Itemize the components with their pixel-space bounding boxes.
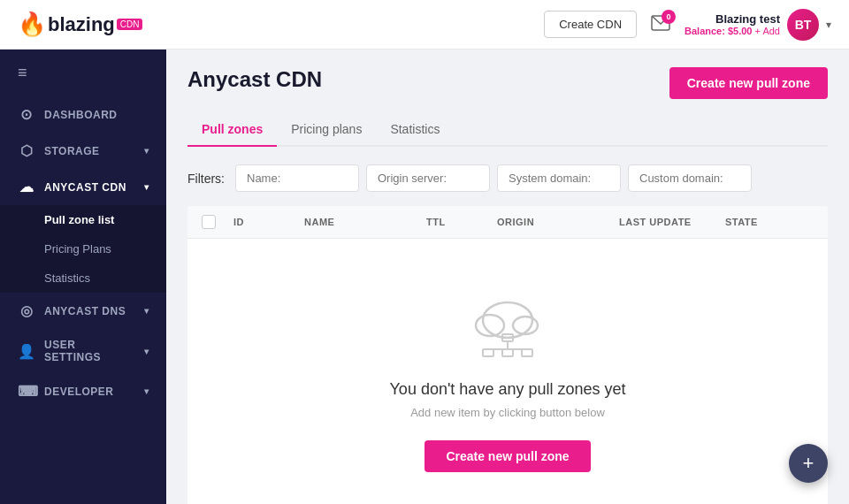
sidebar-item-storage[interactable]: ⬡ STORAGE ▾ xyxy=(0,133,166,169)
sidebar-sub-item-pricing-plans[interactable]: Pricing Plans xyxy=(0,234,166,263)
tabs: Pull zones Pricing plans Statistics xyxy=(187,113,828,147)
svg-rect-8 xyxy=(502,349,513,356)
col-state: STATE xyxy=(725,217,814,227)
storage-icon: ⬡ xyxy=(18,142,35,159)
logo-text: blazing xyxy=(48,13,115,36)
name-filter-input[interactable] xyxy=(235,164,359,192)
col-origin: ORIGIN xyxy=(497,217,619,227)
filters-label: Filters: xyxy=(187,172,225,186)
table-header: ID NAME TTL ORIGIN LAST UPDATE STATE xyxy=(187,206,828,239)
fab-button[interactable]: + xyxy=(789,444,828,483)
anycast-cdn-icon: ☁ xyxy=(18,179,35,195)
logo-cdn-badge: CDN xyxy=(117,19,143,30)
tab-pricing-plans[interactable]: Pricing plans xyxy=(277,113,376,147)
mail-badge: 0 xyxy=(662,10,676,24)
create-pull-zone-button[interactable]: Create new pull zone xyxy=(669,67,828,99)
system-domain-filter-input[interactable] xyxy=(497,164,621,192)
layout: ≡ ⊙ DASHBOARD ⬡ STORAGE ▾ ☁ ANYCAST CDN … xyxy=(0,50,849,504)
sidebar-item-anycast-dns[interactable]: ◎ ANYCAST DNS ▾ xyxy=(0,293,166,329)
page-title: Anycast CDN xyxy=(187,67,322,92)
svg-rect-7 xyxy=(483,349,493,356)
user-settings-icon: 👤 xyxy=(18,343,35,360)
storage-chevron-icon: ▾ xyxy=(144,146,149,156)
origin-filter-input[interactable] xyxy=(366,164,490,192)
sidebar-sub-item-pull-zone-list[interactable]: Pull zone list xyxy=(0,205,166,234)
sidebar-item-label: USER SETTINGS xyxy=(44,339,135,363)
col-id: ID xyxy=(233,217,304,227)
filters-bar: Filters: xyxy=(187,164,828,192)
logo-flame-icon: 🔥 xyxy=(18,11,46,38)
empty-state-subtitle: Add new item by clicking button below xyxy=(410,406,605,419)
col-last-update: LAST UPDATE xyxy=(619,217,725,227)
dashboard-icon: ⊙ xyxy=(18,106,35,123)
content-area: Anycast CDN Create new pull zone Pull zo… xyxy=(166,50,849,504)
sidebar-sub-menu: Pull zone list Pricing Plans Statistics xyxy=(0,205,166,293)
user-name-block: Blazing test Balance: $5.00 + Add xyxy=(685,12,780,36)
anycast-dns-icon: ◎ xyxy=(18,302,35,319)
balance-amount: $5.00 xyxy=(728,26,753,36)
anycast-dns-chevron-icon: ▾ xyxy=(144,306,149,316)
balance-add-link[interactable]: + Add xyxy=(755,26,780,36)
logo: 🔥 blazing CDN xyxy=(18,11,544,38)
col-ttl: TTL xyxy=(426,217,497,227)
sidebar-item-anycast-cdn[interactable]: ☁ ANYCAST CDN ▾ xyxy=(0,169,166,205)
balance-label: Balance: xyxy=(685,26,725,36)
anycast-cdn-chevron-icon: ▾ xyxy=(144,182,149,192)
empty-state: You don't have any pull zones yet Add ne… xyxy=(187,239,828,504)
sidebar-item-dashboard[interactable]: ⊙ DASHBOARD xyxy=(0,96,166,133)
cloud-network-icon xyxy=(463,292,552,363)
table-container: ID NAME TTL ORIGIN LAST UPDATE STATE xyxy=(187,206,828,504)
hamburger-icon[interactable]: ≡ xyxy=(0,50,166,96)
sidebar-item-label: ANYCAST CDN xyxy=(44,181,126,194)
sidebar-item-user-settings[interactable]: 👤 USER SETTINGS ▾ xyxy=(0,329,166,373)
svg-point-1 xyxy=(483,302,532,338)
sidebar-item-developer[interactable]: ⌨ DEVELOPER ▾ xyxy=(0,373,166,409)
user-settings-chevron-icon: ▾ xyxy=(144,347,149,356)
sidebar: ≡ ⊙ DASHBOARD ⬡ STORAGE ▾ ☁ ANYCAST CDN … xyxy=(0,50,166,504)
header: 🔥 blazing CDN Create CDN 0 Blazing test … xyxy=(0,0,849,50)
user-balance: Balance: $5.00 + Add xyxy=(685,26,780,36)
tab-pull-zones[interactable]: Pull zones xyxy=(187,113,277,147)
header-checkbox-cell xyxy=(202,215,233,229)
sidebar-sub-item-statistics[interactable]: Statistics xyxy=(0,263,166,293)
create-cdn-button[interactable]: Create CDN xyxy=(544,11,637,38)
sidebar-item-label: DASHBOARD xyxy=(44,109,118,121)
page-header: Anycast CDN Create new pull zone xyxy=(187,67,828,99)
sidebar-item-label: ANYCAST DNS xyxy=(44,305,126,317)
mail-icon-wrap[interactable]: 0 xyxy=(651,15,670,34)
developer-icon: ⌨ xyxy=(18,383,35,400)
main-content: Anycast CDN Create new pull zone Pull zo… xyxy=(166,50,849,504)
col-name: NAME xyxy=(304,217,426,227)
user-info[interactable]: Blazing test Balance: $5.00 + Add BT ▾ xyxy=(685,9,831,41)
empty-state-title: You don't have any pull zones yet xyxy=(390,380,626,399)
avatar: BT xyxy=(787,9,819,41)
chevron-down-icon: ▾ xyxy=(826,19,831,31)
user-name: Blazing test xyxy=(685,12,780,26)
developer-chevron-icon: ▾ xyxy=(144,386,149,396)
sidebar-item-label: DEVELOPER xyxy=(44,386,114,398)
empty-create-pull-zone-button[interactable]: Create new pull zone xyxy=(424,440,590,472)
svg-rect-9 xyxy=(522,349,532,356)
header-right: Create CDN 0 Blazing test Balance: $5.00… xyxy=(544,9,831,41)
tab-statistics[interactable]: Statistics xyxy=(376,113,454,147)
select-all-checkbox[interactable] xyxy=(202,215,216,229)
custom-domain-filter-input[interactable] xyxy=(628,164,752,192)
sidebar-item-label: STORAGE xyxy=(44,145,100,157)
